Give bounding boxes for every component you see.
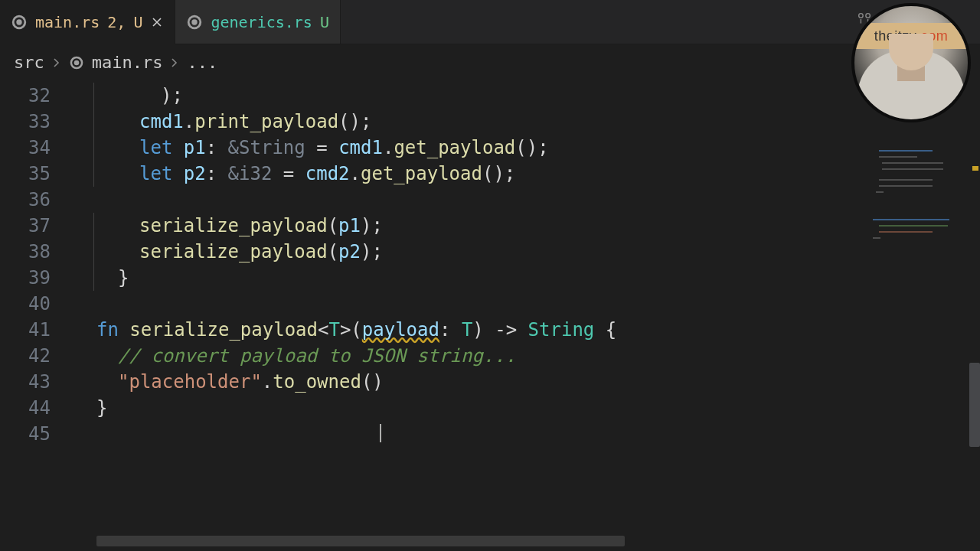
presenter-avatar: theitzy.com (851, 3, 971, 122)
token: print_payload (194, 111, 338, 132)
token: serialize_payload (129, 319, 318, 341)
tab-bar: main.rs 2, U generics.rs U (0, 0, 980, 44)
token: serialize_payload (139, 215, 328, 236)
breadcrumb: src main.rs ... (0, 44, 980, 81)
token: cmd1 (139, 111, 184, 132)
code-line[interactable]: serialize_payload(p2); (69, 239, 980, 265)
breadcrumb-segment[interactable]: main.rs (92, 53, 163, 72)
scroll-thumb[interactable] (969, 363, 980, 447)
svg-point-8 (74, 60, 79, 65)
token: ); (361, 241, 383, 262)
svg-point-2 (16, 19, 21, 24)
tab-git-status: U (133, 13, 142, 31)
line-number: 43 (0, 369, 69, 395)
token: "placeholder" (118, 371, 262, 393)
token: let (139, 163, 184, 184)
token: . (262, 371, 273, 393)
line-number: 39 (0, 265, 69, 291)
code-line[interactable]: // convert payload to JSON string... (69, 343, 980, 369)
token: ); (361, 215, 383, 236)
line-number-gutter: 3233343536373839404142434445 (0, 81, 69, 551)
token: } (96, 397, 107, 419)
token: p2 (184, 163, 206, 184)
vertical-scrollbar[interactable] (969, 81, 980, 551)
token: T (328, 319, 339, 341)
token: p1 (338, 215, 361, 236)
token: fn (96, 319, 129, 341)
token: ) -> (472, 319, 528, 341)
line-number: 44 (0, 395, 69, 421)
token: serialize_payload (139, 241, 328, 262)
token: get_payload (394, 137, 515, 158)
code-line[interactable]: cmd1.print_payload(); (69, 109, 980, 135)
token: T (462, 319, 472, 341)
horizontal-scrollbar[interactable] (96, 536, 625, 546)
line-number: 42 (0, 343, 69, 369)
text-cursor (380, 424, 381, 442)
line-number: 41 (0, 317, 69, 343)
tab-git-status: U (320, 13, 329, 31)
token: p1 (184, 137, 206, 158)
svg-point-10 (866, 14, 871, 18)
token: payload (362, 319, 439, 341)
rust-file-icon (11, 14, 28, 31)
token: (); (515, 137, 548, 158)
code-line[interactable] (69, 291, 980, 317)
code-line[interactable]: } (69, 265, 980, 291)
line-number: 34 (0, 135, 69, 161)
breadcrumb-segment[interactable]: src (14, 53, 44, 72)
scroll-warning-marker (972, 166, 978, 171)
code-line[interactable]: "placeholder".to_owned() (69, 369, 980, 395)
line-number: 32 (0, 83, 69, 109)
token: p2 (338, 241, 361, 262)
token: = (305, 137, 338, 158)
code-line[interactable]: let p2: &i32 = cmd2.get_payload(); (69, 161, 980, 187)
code-area[interactable]: );cmd1.print_payload();let p1: &String =… (69, 81, 980, 551)
token: : (206, 163, 228, 184)
token: ( (328, 215, 338, 236)
token: &i32 (228, 163, 273, 184)
code-line[interactable]: let p1: &String = cmd1.get_payload(); (69, 135, 980, 161)
code-line[interactable]: ); (69, 83, 980, 109)
tab-filename: generics.rs (211, 13, 312, 31)
line-number: 40 (0, 291, 69, 317)
token: to_owned (273, 371, 361, 393)
code-line[interactable]: fn serialize_payload<T>(payload: T) -> S… (69, 317, 980, 343)
token: ); (161, 85, 183, 106)
token: >( (340, 319, 362, 341)
tab-filename: main.rs (35, 13, 100, 31)
token: } (118, 267, 129, 289)
svg-point-5 (192, 19, 198, 24)
code-line[interactable] (69, 187, 980, 213)
tab-main-rs[interactable]: main.rs 2, U (0, 0, 175, 44)
token: (); (338, 111, 371, 132)
line-number: 33 (0, 109, 69, 135)
token: = (272, 163, 305, 184)
code-line[interactable]: serialize_payload(p1); (69, 213, 980, 239)
token: (); (482, 163, 515, 184)
line-number: 37 (0, 213, 69, 239)
token: let (139, 137, 184, 158)
line-number: 38 (0, 239, 69, 265)
tab-problems-badge: 2, (107, 13, 126, 31)
chevron-right-icon (170, 54, 179, 70)
token: : (439, 319, 462, 341)
code-line[interactable] (69, 421, 980, 447)
token: ( (328, 241, 338, 262)
token: cmd2 (305, 163, 350, 184)
minimap[interactable] (871, 81, 971, 551)
breadcrumb-more[interactable]: ... (187, 53, 217, 72)
tab-generics-rs[interactable]: generics.rs U (175, 0, 341, 44)
token: < (318, 319, 328, 341)
token: cmd1 (338, 137, 383, 158)
chevron-right-icon (52, 54, 61, 70)
token: : (206, 137, 228, 158)
token: get_payload (361, 163, 482, 184)
close-icon[interactable] (150, 15, 164, 29)
svg-point-9 (859, 14, 864, 18)
line-number: 35 (0, 161, 69, 187)
code-line[interactable]: } (69, 395, 980, 421)
token: { (594, 319, 616, 341)
editor[interactable]: 3233343536373839404142434445 );cmd1.prin… (0, 81, 980, 551)
token: . (350, 163, 361, 184)
